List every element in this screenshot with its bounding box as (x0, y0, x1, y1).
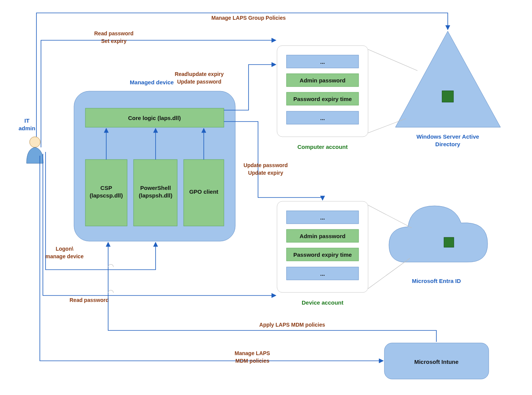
svg-text:...: ... (320, 115, 325, 121)
svg-text:Windows Server Active: Windows Server Active (416, 133, 479, 140)
core-logic-label: Core logic (laps.dll) (128, 115, 181, 121)
svg-text:Admin password: Admin password (300, 233, 346, 239)
svg-rect-33 (442, 91, 453, 102)
managed-device: Managed device Core logic (laps.dll) CSP… (74, 79, 235, 241)
svg-text:Update password: Update password (244, 162, 288, 168)
managed-device-title: Managed device (130, 79, 174, 85)
svg-line-36 (368, 49, 417, 71)
active-directory-node: Windows Server Active Directory (395, 31, 501, 147)
svg-text:PowerShell: PowerShell (140, 185, 171, 191)
computer-account-title: Computer account (297, 144, 348, 150)
module-gpo-client: GPO client (184, 160, 224, 226)
device-account-panel: ... Admin password Password expiry time … (277, 201, 368, 306)
svg-text:Password expiry time: Password expiry time (293, 251, 352, 258)
svg-line-41 (368, 258, 410, 289)
label-manage-gp: Manage LAPS Group Policies (211, 15, 286, 21)
svg-text:Update password: Update password (177, 79, 222, 85)
svg-marker-32 (395, 31, 501, 127)
svg-text:...: ... (320, 270, 325, 277)
svg-text:manage device: manage device (46, 253, 84, 259)
svg-text:Admin password: Admin password (300, 77, 346, 84)
svg-text:Manage LAPS: Manage LAPS (235, 350, 270, 356)
module-csp: CSP (lapscsp.dll) (85, 160, 127, 226)
svg-text:Read password: Read password (69, 297, 109, 303)
svg-text:Password expiry time: Password expiry time (293, 96, 352, 102)
intune-node: Microsoft Intune (384, 343, 489, 379)
svg-text:(lapspsh.dll): (lapspsh.dll) (139, 192, 172, 199)
svg-text:Set expiry: Set expiry (101, 38, 127, 44)
svg-text:Read\update expiry: Read\update expiry (175, 71, 224, 77)
svg-text:GPO client: GPO client (189, 188, 219, 195)
it-admin-label: admin (19, 125, 35, 131)
svg-text:CSP: CSP (101, 185, 112, 191)
svg-text:Update expiry: Update expiry (248, 170, 283, 176)
device-account-title: Device account (302, 299, 343, 306)
svg-text:Read password: Read password (94, 30, 133, 36)
svg-rect-38 (444, 237, 454, 247)
svg-point-0 (30, 137, 40, 147)
svg-text:Apply LAPS MDM policies: Apply LAPS MDM policies (259, 322, 325, 328)
svg-text:Directory: Directory (435, 141, 461, 147)
svg-line-40 (368, 205, 412, 228)
entra-id-node: Microsoft Entra ID (389, 206, 488, 284)
svg-text:MDM policies: MDM policies (235, 358, 269, 364)
svg-text:(lapscsp.dll): (lapscsp.dll) (90, 192, 123, 199)
svg-text:Microsoft Entra ID: Microsoft Entra ID (412, 278, 461, 284)
svg-text:Microsoft Intune: Microsoft Intune (414, 359, 459, 365)
diagram-canvas: IT admin Managed device Core logic (laps… (0, 0, 532, 395)
computer-account-panel: ... Admin password Password expiry time … (277, 46, 368, 150)
svg-text:Logon\: Logon\ (56, 246, 74, 252)
svg-text:...: ... (320, 214, 325, 221)
it-admin-label: IT (24, 117, 29, 124)
module-powershell: PowerShell (lapspsh.dll) (134, 160, 177, 226)
svg-text:...: ... (320, 58, 325, 65)
